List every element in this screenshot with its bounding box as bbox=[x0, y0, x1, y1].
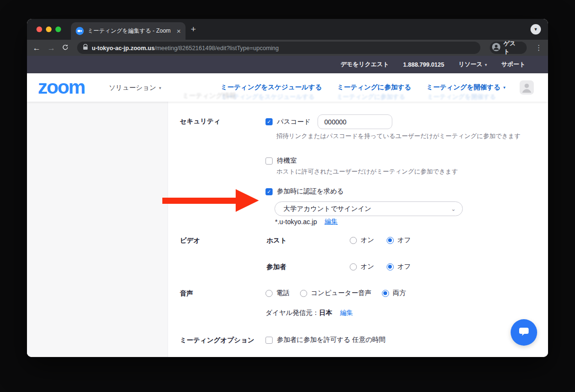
video-host-label: ホスト bbox=[266, 236, 287, 245]
security-section-label: セキュリティ bbox=[180, 117, 221, 126]
radio-icon[interactable] bbox=[350, 237, 357, 244]
window-controls bbox=[36, 26, 61, 32]
new-tab-button[interactable]: + bbox=[191, 25, 196, 34]
guest-label: ゲスト bbox=[504, 40, 521, 56]
tab-title: ミーティングを編集する - Zoom bbox=[88, 27, 173, 35]
video-host-radios: オン オフ bbox=[350, 236, 411, 244]
passcode-description: 招待リンクまたはパスコードを持っているユーザーだけがミーティングに参加できます bbox=[276, 132, 521, 140]
waiting-room-row: 待機室 bbox=[265, 157, 297, 165]
auth-domain-value: *.u-tokyo.ac.jp bbox=[275, 218, 317, 226]
auth-method-value: 大学アカウントでサインイン bbox=[283, 205, 372, 213]
account-avatar[interactable] bbox=[520, 80, 534, 95]
chevron-down-icon: ▾ bbox=[485, 62, 487, 67]
host-video-off-option[interactable]: オフ bbox=[387, 236, 411, 244]
profile-chip[interactable]: ゲスト bbox=[490, 42, 527, 54]
site-nav: ミーティングをスケジュールする ミーティングに参加する ミーティングを開催する▾ bbox=[221, 83, 505, 92]
lock-icon bbox=[83, 44, 88, 52]
forward-button: → bbox=[47, 44, 55, 52]
chat-bubble-icon bbox=[518, 326, 530, 339]
require-auth-row: ✓ 参加時に認証を求める bbox=[265, 187, 344, 196]
address-bar[interactable]: u-tokyo-ac-jp.zoom.us/meeting/8265216149… bbox=[77, 42, 480, 54]
solutions-menu[interactable]: ソリューション▾ bbox=[109, 84, 161, 92]
profile-avatar-icon bbox=[492, 43, 501, 53]
waiting-room-checkbox[interactable] bbox=[265, 157, 273, 165]
screenshot-stage: ミーティングを編集する - Zoom × + ▼ ← → u-tokyo-ac-… bbox=[0, 0, 575, 392]
chevron-down-icon: ⌄ bbox=[451, 206, 456, 212]
resources-menu[interactable]: リソース▾ bbox=[459, 61, 487, 69]
video-participant-radios: オン オフ bbox=[350, 262, 411, 271]
phone-number-link[interactable]: 1.888.799.0125 bbox=[403, 61, 444, 68]
allow-join-checkbox[interactable] bbox=[265, 337, 273, 344]
auth-domain-edit-link[interactable]: 編集 bbox=[325, 218, 338, 226]
radio-checked-icon[interactable] bbox=[387, 263, 394, 270]
page-content: セキュリティ ✓ パスコード 招待リンクまたはパスコードを持っているユーザーだけ… bbox=[27, 102, 548, 357]
utility-bar: デモをリクエスト 1.888.799.0125 リソース▾ サポート bbox=[27, 56, 548, 73]
participant-video-on-option[interactable]: オン bbox=[350, 262, 374, 271]
url-text: u-tokyo-ac-jp.zoom.us/meeting/8265216149… bbox=[92, 44, 279, 52]
radio-checked-icon[interactable] bbox=[387, 237, 394, 244]
left-sidebar bbox=[27, 102, 168, 357]
tab-strip: ミーティングを編集する - Zoom × + ▼ bbox=[27, 19, 548, 40]
audio-computer-option[interactable]: コンピューター音声 bbox=[300, 289, 372, 297]
radio-icon[interactable] bbox=[300, 290, 307, 297]
passcode-row: ✓ パスコード bbox=[265, 114, 392, 129]
require-auth-label: 参加時に認証を求める bbox=[277, 187, 344, 196]
dial-from-label: ダイヤル発信元： bbox=[265, 309, 319, 317]
minimize-window-button[interactable] bbox=[46, 26, 52, 32]
allow-join-label: 参加者に参加を許可する 任意の時間 bbox=[277, 336, 386, 344]
radio-icon[interactable] bbox=[265, 290, 273, 297]
schedule-meeting-link[interactable]: ミーティングをスケジュールする bbox=[221, 83, 322, 92]
url-domain: u-tokyo-ac-jp.zoom.us bbox=[92, 45, 155, 52]
check-icon: ✓ bbox=[267, 119, 271, 124]
waiting-room-description: ホストに許可されたユーザーだけがミーティングに参加できます bbox=[276, 167, 458, 176]
url-path: /meeting/82652161498/edit?listType=upcom… bbox=[155, 45, 279, 52]
passcode-input[interactable] bbox=[318, 114, 392, 129]
zoom-favicon-icon bbox=[76, 27, 84, 35]
auth-domain-row: *.u-tokyo.ac.jp 編集 bbox=[275, 218, 338, 226]
browser-menu-icon[interactable]: ⋮ bbox=[535, 44, 542, 52]
check-icon: ✓ bbox=[267, 189, 271, 194]
dial-from-edit-link[interactable]: 編集 bbox=[340, 309, 353, 317]
annotation-arrow-shaft bbox=[162, 198, 237, 204]
radio-icon[interactable] bbox=[350, 263, 357, 270]
fullscreen-window-button[interactable] bbox=[55, 26, 61, 32]
host-video-on-option[interactable]: オン bbox=[350, 236, 374, 244]
audio-radios: 電話 コンピューター音声 両方 bbox=[265, 289, 406, 297]
browser-window: ミーティングを編集する - Zoom × + ▼ ← → u-tokyo-ac-… bbox=[27, 19, 548, 357]
require-auth-checkbox[interactable]: ✓ bbox=[265, 188, 273, 195]
participant-video-off-option[interactable]: オフ bbox=[387, 262, 411, 271]
scrolled-ghost-row: ミーティングをスケジュールするミーティングに参加するミーティングを開催する bbox=[221, 93, 496, 101]
zoom-logo[interactable]: zoom bbox=[38, 76, 85, 98]
back-button[interactable]: ← bbox=[33, 44, 41, 52]
audio-section-label: 音声 bbox=[180, 289, 193, 298]
join-meeting-link[interactable]: ミーティングに参加する bbox=[337, 83, 411, 92]
chat-support-button[interactable] bbox=[511, 319, 537, 346]
site-header: zoom ソリューション▾ ミーティング情報 ミーティングをスケジュールするミー… bbox=[27, 73, 548, 102]
reload-button[interactable] bbox=[62, 44, 69, 52]
dial-from-row: ダイヤル発信元： 日本 編集 bbox=[265, 309, 353, 317]
passcode-label: パスコード bbox=[277, 118, 310, 126]
passcode-checkbox[interactable]: ✓ bbox=[265, 118, 273, 125]
chevron-down-icon: ▾ bbox=[159, 86, 161, 90]
host-meeting-menu[interactable]: ミーティングを開催する▾ bbox=[426, 83, 505, 92]
close-tab-icon[interactable]: × bbox=[177, 27, 181, 35]
active-browser-tab[interactable]: ミーティングを編集する - Zoom × bbox=[71, 22, 186, 40]
video-participant-label: 参加者 bbox=[266, 263, 286, 271]
chevron-down-icon: ▾ bbox=[503, 85, 505, 90]
allow-join-row: 参加者に参加を許可する 任意の時間 bbox=[265, 336, 386, 344]
browser-toolbar: ← → u-tokyo-ac-jp.zoom.us/meeting/826521… bbox=[27, 40, 548, 56]
close-window-button[interactable] bbox=[36, 26, 42, 32]
audio-both-option[interactable]: 両方 bbox=[382, 289, 406, 297]
annotation-arrow-head bbox=[236, 189, 259, 212]
tab-search-button[interactable]: ▼ bbox=[531, 24, 541, 35]
support-link[interactable]: サポート bbox=[501, 61, 525, 69]
radio-checked-icon[interactable] bbox=[382, 290, 389, 297]
auth-method-select[interactable]: 大学アカウントでサインイン ⌄ bbox=[274, 201, 463, 216]
audio-phone-option[interactable]: 電話 bbox=[265, 289, 290, 297]
meeting-options-section-label: ミーティングオプション bbox=[180, 336, 254, 345]
video-section-label: ビデオ bbox=[180, 236, 200, 245]
request-demo-link[interactable]: デモをリクエスト bbox=[340, 61, 389, 69]
dial-from-value: 日本 bbox=[319, 309, 332, 317]
waiting-room-label: 待機室 bbox=[277, 157, 297, 165]
